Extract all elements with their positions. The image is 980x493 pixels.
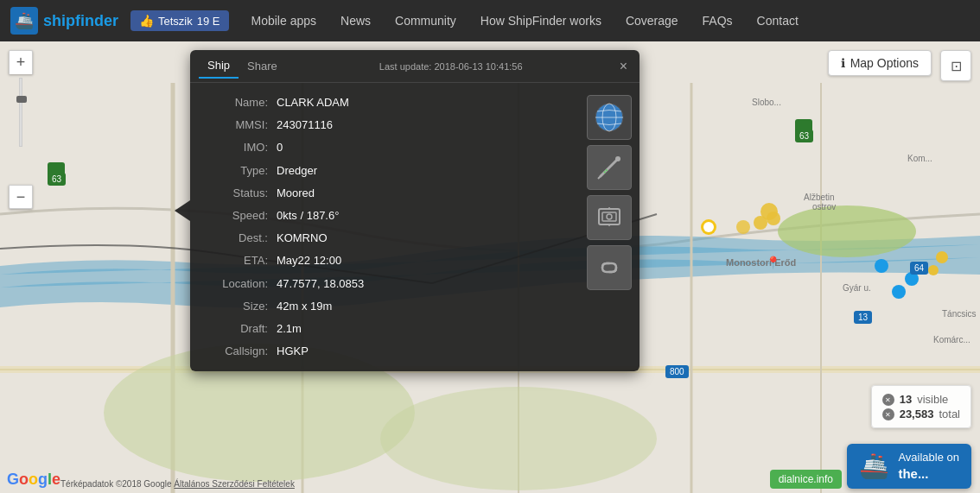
nav-community[interactable]: Community [383,0,468,41]
imo-label: IMO: [199,140,277,155]
svg-point-15 [380,387,657,490]
store-ship-icon: 🚢 [859,452,889,480]
eta-label: ETA: [199,253,277,269]
nav-mobile-apps[interactable]: Mobile apps [239,0,329,41]
radar-icon [594,202,625,233]
zoom-in-button[interactable]: + [9,50,33,74]
map-label-tancsics: Táncsics [942,309,976,319]
tab-share[interactable]: Share [239,54,286,78]
app-store-badge[interactable]: 🚢 Available on the... [847,444,971,489]
visible-count-row: ✕ 13 visible [882,393,960,406]
info-row-size: Size: 42m x 19m [199,295,570,318]
status-value: Moored [277,186,315,201]
map-tilt-button[interactable]: ⊡ [940,50,971,81]
total-dot: ✕ [882,408,894,420]
location-value: 47.7577, 18.0853 [277,276,364,292]
panel-body: Name: CLARK ADAM MMSI: 243071116 IMO: 0 … [190,83,640,371]
map-label-komare: Komárc... [933,335,970,344]
nav-how-it-works[interactable]: How ShipFinder works [468,0,614,41]
logo-area: 🚢 shipfinder 👍 Tetszik 19 E [0,7,239,35]
info-row-location: Location: 47.7577, 18.0853 [199,273,570,295]
nav-faqs[interactable]: FAQs [690,0,745,41]
total-count: 23,583 [900,408,934,420]
map-copyright: Térképadatok ©2018 Google [60,479,172,489]
ships-count-panel: ✕ 13 visible ✕ 23,583 total [871,385,971,428]
svg-point-9 [875,259,888,273]
map-label-kom: Kom... [907,154,932,163]
svg-point-22 [615,156,620,161]
zoom-out-button[interactable]: − [9,185,33,209]
panel-last-update: Last update: 2018-06-13 10:41:56 [286,61,616,72]
speed-label: Speed: [199,208,277,224]
name-value: CLARK ADAM [277,95,349,111]
zoom-slider[interactable] [19,78,22,147]
info-row-speed: Speed: 0kts / 187.6° [199,205,570,227]
info-row-mmsi: MMSI: 243071116 [199,114,570,136]
map-label-monostori: Monostori Erőd [726,257,796,268]
svg-point-5 [760,203,778,220]
logo-icon: 🚢 [10,7,38,35]
edit-icon [594,152,625,183]
svg-line-20 [601,159,618,176]
draft-label: Draft: [199,321,277,337]
road-sign-63a: 63 [48,173,66,186]
svg-point-16 [778,205,916,257]
tab-ship[interactable]: Ship [199,54,239,79]
visible-count: 13 [900,393,912,406]
nav-coverage[interactable]: Coverage [614,0,690,41]
map-label-slobo: Slobo... [752,98,781,107]
link-icon [594,252,625,283]
panel-arrow [175,200,190,221]
tilt-icon: ⊡ [951,58,962,74]
eta-value: May22 12:00 [277,253,341,269]
thumbs-up-icon: 👍 [139,14,154,28]
facebook-badge[interactable]: 👍 Tetszik 19 E [130,10,228,31]
nav-contact[interactable]: Contact [745,0,811,41]
info-row-draft: Draft: 2.1m [199,318,570,340]
dialnice-badge[interactable]: dialnice.info [770,470,842,489]
location-label: Location: [199,276,277,292]
x-icon-total: ✕ [885,410,891,418]
store-line2: the... [898,465,959,483]
x-icon: ✕ [885,395,891,403]
road-sign-800: 800 [665,365,689,378]
callsign-label: Callsign: [199,344,277,359]
map-area[interactable]: Slobo... Kom... Alžbetin ostrov Monostor… [0,41,980,493]
svg-point-8 [703,222,714,232]
total-count-row: ✕ 23,583 total [882,408,960,420]
info-row-type: Type: Dredger [199,160,570,182]
type-label: Type: [199,163,277,179]
map-terms[interactable]: Általános Szerződési Feltételek [174,479,295,489]
ship-link-button[interactable] [587,245,632,290]
info-row-name: Name: CLARK ADAM [199,92,570,114]
draft-value: 2.1m [277,321,302,337]
dialnice-label: dialnice.info [779,473,833,485]
map-options-label: Map Options [850,56,919,70]
map-label-gyar: Gyár u. [843,283,871,293]
ship-globe-button[interactable] [587,95,632,140]
speed-value: 0kts / 187.6° [277,208,339,224]
zoom-handle[interactable] [16,96,27,103]
map-label-alzbetin: Alžbetin [804,193,835,202]
main-nav: Mobile apps News Community How ShipFinde… [239,0,980,41]
map-footer: Térképadatok ©2018 Google Általános Szer… [60,479,295,489]
svg-point-11 [892,285,906,299]
svg-point-12 [928,265,939,275]
globe-icon [592,100,627,135]
nav-news[interactable]: News [328,0,383,41]
panel-close-button[interactable]: × [616,55,631,78]
info-row-status: Status: Moored [199,182,570,205]
map-options-button[interactable]: ℹ Map Options [828,50,932,76]
size-label: Size: [199,299,277,314]
zoom-controls: + − [9,50,33,209]
svg-point-26 [607,214,612,219]
ship-info-panel: Ship Share Last update: 2018-06-13 10:41… [190,50,640,371]
info-row-callsign: Callsign: HGKP [199,340,570,363]
ship-edit-button[interactable] [587,145,632,190]
mmsi-label: MMSI: [199,117,277,133]
type-value: Dredger [277,163,317,179]
callsign-value: HGKP [277,344,309,359]
total-label: total [939,408,960,420]
visible-label: visible [917,393,948,406]
ship-radar-button[interactable] [587,195,632,240]
